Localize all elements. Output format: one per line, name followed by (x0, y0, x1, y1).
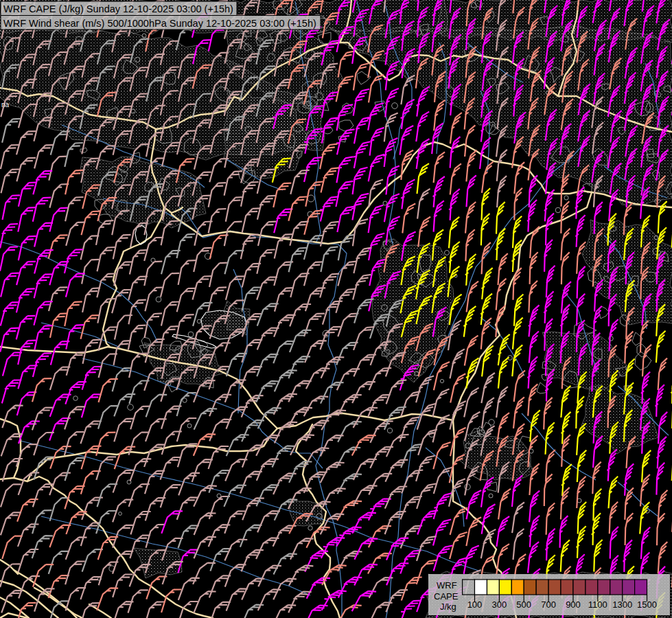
svg-text:900: 900 (566, 599, 581, 610)
svg-text:1500: 1500 (637, 599, 657, 610)
svg-text:WRF Wind shear (m/s) 500/1000h: WRF Wind shear (m/s) 500/1000hPa Sunday … (3, 18, 316, 29)
svg-text:300: 300 (492, 599, 507, 610)
svg-text:500: 500 (516, 599, 531, 610)
svg-text:100: 100 (467, 599, 483, 610)
svg-text:WRF: WRF (437, 580, 457, 591)
svg-text:1300: 1300 (612, 599, 632, 610)
svg-text:J/kg: J/kg (440, 602, 456, 612)
svg-text:CAPE: CAPE (434, 591, 459, 602)
svg-text:700: 700 (541, 599, 556, 610)
svg-text:WRF CAPE (J/kg) Sunday 12-10-2: WRF CAPE (J/kg) Sunday 12-10-2025 03:00 … (3, 3, 233, 14)
svg-text:na: na (1, 101, 10, 108)
svg-text:1100: 1100 (588, 599, 607, 610)
